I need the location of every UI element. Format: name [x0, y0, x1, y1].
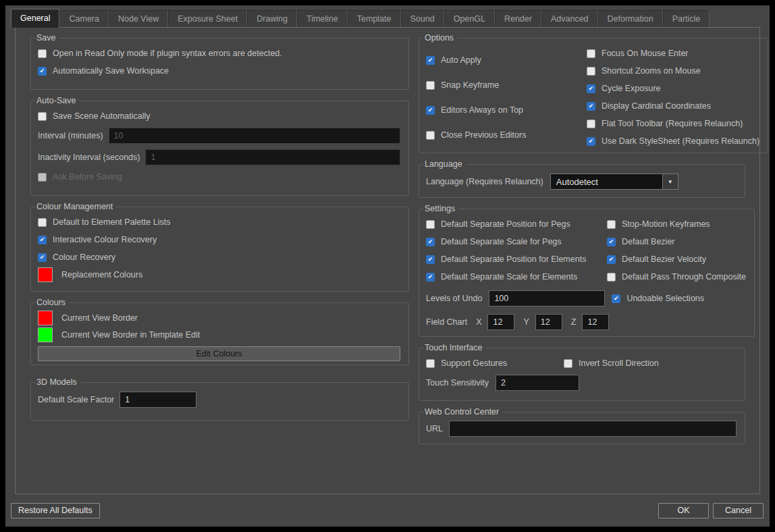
default-element-palette-checkbox[interactable] [38, 218, 47, 227]
default-scale-factor-row: Default Scale Factor [38, 389, 400, 410]
close-previous-editors-checkbox[interactable] [426, 131, 435, 140]
support-gestures-checkbox[interactable] [426, 359, 435, 368]
focus-on-mouse-enter-label[interactable]: Focus On Mouse Enter [602, 49, 689, 58]
snap-keyframe-checkbox[interactable] [426, 81, 435, 90]
default-bezier-velocity-checkbox[interactable] [607, 255, 616, 264]
auto-save-workspace-label[interactable]: Automatically Save Workspace [53, 66, 169, 76]
tab-general[interactable]: General [11, 9, 59, 28]
close-previous-editors-label[interactable]: Close Previous Editors [441, 130, 526, 140]
interactive-colour-recovery-checkbox[interactable] [38, 236, 47, 244]
tab-exposure-sheet[interactable]: Exposure Sheet [168, 10, 247, 27]
cycle-exposure-checkbox[interactable] [587, 84, 595, 93]
default-separate-scale-elements-checkbox[interactable] [426, 273, 435, 282]
tab-node-view[interactable]: Node View [109, 10, 168, 27]
tab-template[interactable]: Template [348, 10, 401, 27]
auto-save-workspace-checkbox[interactable] [38, 67, 47, 76]
tab-camera[interactable]: Camera [59, 10, 108, 27]
default-separate-scale-pegs-label[interactable]: Default Separate Scale for Pegs [441, 237, 562, 246]
default-separate-position-pegs-checkbox[interactable] [426, 220, 435, 229]
edit-colours-button[interactable]: Edit Colours [38, 346, 400, 361]
levels-of-undo-row: Levels of Undo Undoable Selections [426, 288, 746, 309]
tab-particle[interactable]: Particle [663, 10, 710, 27]
shortcut-zooms-on-mouse-checkbox[interactable] [587, 67, 595, 76]
default-pass-through-composite-checkbox[interactable] [607, 273, 616, 282]
snap-keyframe-label[interactable]: Snap Keyframe [441, 80, 499, 90]
default-bezier-checkbox[interactable] [607, 238, 616, 246]
support-gestures-label[interactable]: Support Gestures [441, 358, 507, 368]
stop-motion-keyframes-checkbox[interactable] [607, 220, 616, 229]
save-group: Save Open in Read Only mode if plugin sy… [30, 33, 409, 90]
default-separate-position-pegs-label[interactable]: Default Separate Position for Pegs [441, 219, 570, 229]
default-element-palette-label[interactable]: Default to Element Palette Lists [53, 217, 170, 227]
focus-on-mouse-enter-checkbox[interactable] [587, 49, 595, 58]
tab-opengl[interactable]: OpenGL [444, 10, 495, 27]
url-input[interactable] [449, 421, 737, 437]
cycle-exposure-label[interactable]: Cycle Exposure [602, 84, 661, 93]
default-pass-through-composite-label[interactable]: Default Pass Through Composite [622, 272, 746, 282]
3d-models-group-title: 3D Models [35, 377, 80, 387]
auto-apply-checkbox[interactable] [426, 56, 435, 65]
tab-render[interactable]: Render [495, 10, 541, 27]
restore-all-defaults-button[interactable]: Restore All Defaults [11, 503, 100, 518]
tab-sound[interactable]: Sound [401, 10, 444, 27]
general-tab-pane: Save Open in Read Only mode if plugin sy… [15, 27, 760, 494]
tab-drawing[interactable]: Drawing [247, 10, 297, 27]
ok-button[interactable]: OK [658, 503, 709, 518]
default-separate-position-elements-checkbox[interactable] [426, 255, 435, 264]
language-combobox-value[interactable]: Autodetect [550, 174, 662, 190]
template-edit-border-swatch[interactable] [38, 327, 53, 342]
tab-timeline[interactable]: Timeline [297, 10, 348, 27]
field-chart-x-input[interactable] [487, 314, 514, 330]
display-cardinal-coordinates-label[interactable]: Display Cardinal Coordinates [602, 101, 711, 111]
checkbox-row: Interactive Colour Recovery [38, 231, 400, 248]
read-only-mode-label[interactable]: Open in Read Only mode if plugin syntax … [53, 49, 282, 58]
levels-of-undo-input[interactable] [489, 290, 605, 307]
chevron-down-icon[interactable]: ▼ [662, 174, 678, 190]
default-bezier-velocity-label[interactable]: Default Bezier Velocity [622, 255, 706, 264]
replacement-colours-swatch[interactable] [38, 267, 53, 282]
tab-deformation[interactable]: Deformation [598, 10, 663, 27]
current-view-border-swatch[interactable] [38, 311, 53, 325]
shortcut-zooms-on-mouse-label[interactable]: Shortcut Zooms on Mouse [602, 66, 701, 76]
ask-before-saving-checkbox[interactable] [38, 173, 47, 182]
touch-sensitivity-input[interactable] [496, 375, 579, 391]
read-only-mode-checkbox[interactable] [38, 49, 47, 58]
flat-tool-toolbar-label[interactable]: Flat Tool Toolbar (Requires Relaunch) [602, 119, 743, 128]
colour-recovery-label[interactable]: Colour Recovery [53, 252, 115, 262]
field-chart-row: Field Chart X Y Z [426, 313, 746, 331]
undoable-selections-checkbox[interactable] [612, 294, 620, 303]
flat-tool-toolbar-checkbox[interactable] [587, 119, 595, 128]
colour-recovery-checkbox[interactable] [38, 253, 47, 262]
checkbox-row: Default to Element Palette Lists [38, 213, 400, 231]
inactivity-interval-row: Inactivity Interval (seconds) [38, 147, 400, 168]
use-dark-stylesheet-label[interactable]: Use Dark StyleSheet (Requires Relaunch) [602, 136, 759, 146]
inactivity-interval-input[interactable] [145, 149, 400, 165]
undoable-selections-label[interactable]: Undoable Selections [626, 294, 704, 303]
editors-always-on-top-label[interactable]: Editors Always on Top [441, 105, 523, 115]
cancel-button[interactable]: Cancel [713, 503, 764, 518]
default-separate-scale-elements-label[interactable]: Default Separate Scale for Elements [441, 272, 577, 282]
ask-before-saving-label[interactable]: Ask Before Saving [53, 172, 122, 182]
default-separate-scale-pegs-checkbox[interactable] [426, 238, 435, 246]
invert-scroll-direction-checkbox[interactable] [564, 359, 572, 368]
default-bezier-label[interactable]: Default Bezier [622, 237, 675, 246]
display-cardinal-coordinates-checkbox[interactable] [587, 102, 595, 111]
tab-advanced[interactable]: Advanced [541, 10, 598, 27]
preferences-dialog: General Camera Node View Exposure Sheet … [5, 5, 770, 527]
interactive-colour-recovery-label[interactable]: Interactive Colour Recovery [53, 235, 157, 244]
interval-minutes-input[interactable] [109, 128, 400, 144]
default-scale-factor-input[interactable] [119, 392, 196, 408]
stop-motion-keyframes-label[interactable]: Stop-Motion Keyframes [622, 219, 710, 229]
replacement-colours-label: Replacement Colours [61, 270, 142, 280]
editors-always-on-top-checkbox[interactable] [426, 106, 435, 115]
field-chart-z-input[interactable] [582, 314, 609, 330]
save-scene-automatically-label[interactable]: Save Scene Automatically [53, 111, 151, 121]
invert-scroll-direction-label[interactable]: Invert Scroll Direction [579, 358, 659, 368]
save-scene-automatically-checkbox[interactable] [38, 112, 47, 121]
default-separate-position-elements-label[interactable]: Default Separate Position for Elements [441, 255, 586, 264]
auto-apply-label[interactable]: Auto Apply [441, 55, 481, 65]
language-combobox[interactable]: Autodetect ▼ [550, 174, 678, 190]
use-dark-stylesheet-checkbox[interactable] [587, 137, 595, 146]
checkbox-row: Save Scene Automatically [38, 107, 400, 125]
field-chart-y-input[interactable] [535, 314, 562, 330]
